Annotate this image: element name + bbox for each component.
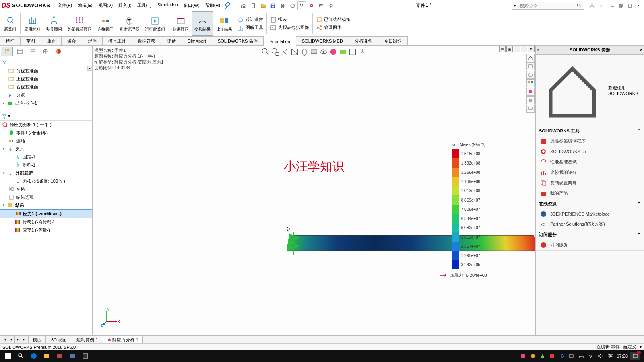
tree-part[interactable]: 零件1 (-合金钢-) bbox=[0, 129, 92, 137]
expander-icon[interactable]: ▾ bbox=[2, 171, 6, 175]
tray-icon[interactable] bbox=[520, 350, 527, 362]
tab-weldment[interactable]: 焊件 bbox=[82, 36, 103, 45]
tab-mold[interactable]: 模具工具 bbox=[103, 36, 132, 45]
tab-nav-first[interactable]: |◂ bbox=[2, 336, 8, 343]
tray-icon[interactable] bbox=[529, 350, 537, 362]
search-icon[interactable] bbox=[577, 3, 584, 8]
compare-result-button[interactable]: 比较结果 bbox=[213, 11, 235, 36]
menu-view[interactable]: 视图(V) bbox=[96, 1, 116, 10]
tree-plane-top[interactable]: 上视基准面 bbox=[0, 75, 92, 83]
link-benchmark[interactable]: 性能基准测试 bbox=[536, 157, 644, 167]
tree-extrude[interactable]: ▸凸台-拉伸1 bbox=[0, 99, 92, 107]
tray-icon[interactable] bbox=[539, 350, 546, 362]
open-icon[interactable] bbox=[259, 1, 268, 10]
tab-evaluate[interactable]: 评估 bbox=[161, 36, 182, 45]
bluetooth-icon[interactable] bbox=[558, 350, 566, 362]
previous-view-icon[interactable] bbox=[281, 47, 289, 56]
manage-network-button[interactable]: 管理网络 bbox=[315, 24, 351, 31]
close-button[interactable] bbox=[635, 2, 642, 9]
link-subscribe[interactable]: 订阅服务 bbox=[536, 240, 644, 250]
tree-stress-plot[interactable]: 应力1 (-vonMises-) bbox=[0, 209, 92, 218]
tab-3dview[interactable]: 3D 视图 bbox=[47, 336, 71, 343]
panel-tab-feature-tree[interactable] bbox=[1, 47, 13, 56]
menu-tools[interactable]: 工具(T) bbox=[135, 1, 154, 10]
axis-triad[interactable]: y x z bbox=[101, 307, 121, 327]
view-orientation-icon[interactable] bbox=[300, 47, 309, 56]
link-copy-settings[interactable]: 复制设置向导 bbox=[536, 178, 644, 188]
tree-results[interactable]: ▾结果 bbox=[0, 201, 92, 209]
view-settings-icon[interactable] bbox=[348, 47, 357, 56]
search-task-icon[interactable] bbox=[14, 350, 27, 362]
tab-swaddin[interactable]: SOLIDWORKS 插件 bbox=[212, 36, 264, 45]
tab-nav-last[interactable]: ▸| bbox=[21, 336, 27, 343]
scroll-up-icon[interactable]: ▴ bbox=[87, 66, 92, 71]
network-icon[interactable] bbox=[578, 350, 585, 362]
zoom-area-icon[interactable] bbox=[271, 47, 280, 56]
strip-custom-icon[interactable] bbox=[526, 96, 535, 104]
expander-icon[interactable]: ▾ bbox=[2, 147, 6, 151]
restore-button[interactable] bbox=[617, 2, 625, 9]
graphics-viewport[interactable]: ⧉ ▣ — □ ✕ 模型名称: 零件1 算例名称: 静应力分析 1(-一半-) … bbox=[93, 46, 535, 335]
external-load-button[interactable]: 外部载荷顾问 bbox=[65, 11, 95, 36]
menu-edit[interactable]: 编辑(E) bbox=[75, 1, 95, 10]
tab-motion[interactable]: 运动算例 1 bbox=[72, 336, 102, 343]
display-style-icon[interactable] bbox=[310, 47, 318, 56]
vp-close-button[interactable]: ✕ bbox=[528, 46, 535, 52]
study-filter-row[interactable]: ▾ bbox=[0, 112, 92, 121]
options-icon[interactable] bbox=[317, 1, 326, 10]
panel-tab-dimxpert[interactable] bbox=[39, 47, 52, 56]
vp-minimize-button[interactable]: — bbox=[514, 46, 520, 52]
user-icon[interactable] bbox=[588, 1, 597, 10]
link-my-products[interactable]: 我的产品 bbox=[536, 188, 644, 199]
result-advisor-button[interactable]: 结果顾问 bbox=[170, 11, 192, 36]
menu-file[interactable]: 文件(F) bbox=[55, 1, 74, 10]
menu-help[interactable]: 帮助(H) bbox=[203, 1, 223, 10]
wifi-icon[interactable] bbox=[587, 350, 594, 362]
explorer-icon[interactable] bbox=[40, 350, 53, 362]
tree-fixtures[interactable]: ▾夹具 bbox=[0, 145, 92, 153]
tools-section-header[interactable]: SOLIDWORKS 工具⌃ bbox=[536, 126, 644, 136]
status-custom[interactable]: 自定义 bbox=[623, 344, 636, 350]
panel-tab-config[interactable] bbox=[27, 47, 39, 56]
strip-home-icon[interactable] bbox=[526, 54, 535, 62]
tab-mbd[interactable]: SOLIDWORKS MBD bbox=[296, 36, 349, 45]
tree-connections[interactable]: 连结 bbox=[0, 137, 92, 145]
tab-nav-next[interactable]: ▸ bbox=[14, 336, 21, 343]
connection-button[interactable]: 连接顾问 bbox=[95, 11, 116, 36]
battery-icon[interactable] bbox=[568, 350, 575, 362]
app-icon-2[interactable] bbox=[66, 350, 79, 362]
tree-external-loads[interactable]: ▾外部载荷 bbox=[0, 169, 92, 177]
app-icon-3[interactable] bbox=[79, 350, 92, 362]
run-study-button[interactable]: 运行此算例 bbox=[142, 11, 168, 36]
collapse-left-icon[interactable]: « bbox=[537, 48, 539, 52]
strip-appearance-icon[interactable] bbox=[526, 88, 535, 96]
link-rx[interactable]: SOLIDWORKS Rx bbox=[536, 146, 644, 157]
tree-fixed[interactable]: 固定-1 bbox=[0, 153, 92, 161]
tab-dimxpert[interactable]: DimXpert bbox=[182, 36, 212, 45]
tab-sheetmetal[interactable]: 钣金 bbox=[62, 36, 82, 45]
expander-icon[interactable]: ▸ bbox=[2, 101, 6, 105]
report-button[interactable]: 报表 bbox=[269, 16, 310, 23]
expander-icon[interactable]: ▾ bbox=[2, 203, 6, 207]
link-marketplace[interactable]: 3DEXPERIENCE Marketplace bbox=[536, 209, 644, 219]
collapse-right-icon[interactable]: » bbox=[640, 47, 642, 53]
hide-show-icon[interactable] bbox=[319, 47, 328, 56]
search-input[interactable] bbox=[518, 3, 577, 8]
filter-row[interactable] bbox=[0, 57, 92, 66]
apply-scene-icon[interactable] bbox=[339, 47, 347, 56]
tab-simulation[interactable]: Simulation bbox=[264, 37, 296, 46]
minimize-button[interactable] bbox=[609, 2, 616, 9]
tree-plane-right[interactable]: 右视基准面 bbox=[0, 83, 92, 91]
edge-icon[interactable] bbox=[27, 350, 40, 362]
tab-surface[interactable]: 曲面 bbox=[41, 36, 62, 45]
tab-model[interactable]: 模型 bbox=[28, 336, 46, 343]
tab-today[interactable]: 今日制造 bbox=[378, 36, 408, 45]
tree-mesh[interactable]: 网格 bbox=[0, 185, 92, 193]
vp-popout-button[interactable]: ⧉ bbox=[499, 46, 506, 52]
zoom-fit-icon[interactable] bbox=[261, 47, 270, 56]
tab-data[interactable]: 数据迁移 bbox=[132, 36, 161, 45]
deform-result-button[interactable]: 变形结果 bbox=[192, 11, 213, 36]
panel-tab-display[interactable] bbox=[52, 47, 64, 56]
color-legend[interactable]: von Mises (N/m^2) 1.518e+081.392e+081.26… bbox=[452, 142, 487, 278]
plot-tools-button[interactable]: 图解工具 bbox=[237, 24, 264, 31]
